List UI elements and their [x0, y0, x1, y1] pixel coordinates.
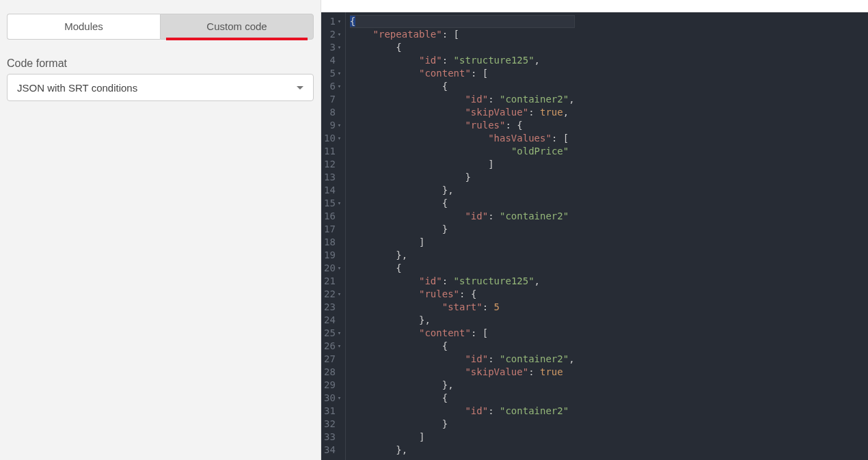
code-line[interactable]: "start": 5: [350, 301, 575, 314]
gutter-line: 5▾: [324, 67, 341, 80]
code-format-value: JSON with SRT conditions: [17, 82, 137, 94]
fold-icon[interactable]: ▾: [336, 392, 341, 405]
code-line[interactable]: "id": "container2": [350, 405, 575, 418]
code-line[interactable]: "rules": {: [350, 119, 575, 132]
fold-icon[interactable]: ▾: [336, 41, 341, 54]
chevron-down-icon: [297, 86, 303, 90]
tab-row: Modules Custom code: [0, 0, 321, 40]
code-line[interactable]: "hasValues": [: [350, 132, 575, 145]
code-line[interactable]: {: [350, 15, 575, 28]
code-line[interactable]: {: [350, 262, 575, 275]
gutter-line: 29: [324, 379, 341, 392]
gutter-line: 3▾: [324, 41, 341, 54]
gutter-line: 27: [324, 353, 341, 366]
code-line[interactable]: "content": [: [350, 327, 575, 340]
gutter-line: 25▾: [324, 327, 341, 340]
code-line[interactable]: {: [350, 80, 575, 93]
gutter-line: 9▾: [324, 119, 341, 132]
gutter-line: 30▾: [324, 392, 341, 405]
sidebar: Modules Custom code Code format JSON wit…: [0, 0, 321, 460]
code-format-select[interactable]: JSON with SRT conditions: [7, 74, 314, 101]
code-line[interactable]: {: [350, 340, 575, 353]
gutter-line: 19: [324, 249, 341, 262]
code-line[interactable]: "skipValue": true: [350, 366, 575, 379]
gutter-line: 6▾: [324, 80, 341, 93]
fold-icon[interactable]: ▾: [336, 288, 341, 301]
fold-icon[interactable]: ▾: [336, 132, 341, 145]
code-editor[interactable]: 1▾2▾3▾45▾6▾789▾10▾1112131415▾1617181920▾…: [321, 12, 868, 460]
gutter-line: 33: [324, 431, 341, 444]
gutter-line: 2▾: [324, 28, 341, 41]
gutter-line: 23: [324, 301, 341, 314]
code-line[interactable]: "id": "container2",: [350, 353, 575, 366]
gutter-line: 7: [324, 93, 341, 106]
code-line[interactable]: {: [350, 392, 575, 405]
code-line[interactable]: "rules": {: [350, 288, 575, 301]
gutter-line: 32: [324, 418, 341, 431]
gutter-line: 1▾: [324, 15, 341, 28]
code-format-label: Code format: [0, 40, 321, 74]
fold-icon[interactable]: ▾: [336, 15, 341, 28]
gutter-line: 18: [324, 236, 341, 249]
code-line[interactable]: "id": "container2": [350, 210, 575, 223]
tab-modules[interactable]: Modules: [7, 14, 160, 40]
fold-icon[interactable]: ▾: [336, 119, 341, 132]
code-line[interactable]: "skipValue": true,: [350, 106, 575, 119]
gutter-line: 12: [324, 158, 341, 171]
gutter-line: 17: [324, 223, 341, 236]
gutter-line: 26▾: [324, 340, 341, 353]
code-line[interactable]: {: [350, 41, 575, 54]
code-line[interactable]: "repeatable": [: [350, 28, 575, 41]
code-line[interactable]: ]: [350, 236, 575, 249]
code-line[interactable]: }: [350, 171, 575, 184]
gutter-line: 8: [324, 106, 341, 119]
code-line[interactable]: "content": [: [350, 67, 575, 80]
gutter-line: 15▾: [324, 197, 341, 210]
fold-icon[interactable]: ▾: [336, 80, 341, 93]
code-body[interactable]: { "repeatable": [ { "id": "structure125"…: [346, 12, 575, 460]
gutter-line: 11: [324, 145, 341, 158]
gutter-line: 20▾: [324, 262, 341, 275]
gutter-line: 31: [324, 405, 341, 418]
code-line[interactable]: },: [350, 379, 575, 392]
fold-icon[interactable]: ▾: [336, 327, 341, 340]
gutter-line: 14: [324, 184, 341, 197]
code-line[interactable]: },: [350, 314, 575, 327]
code-line[interactable]: }: [350, 223, 575, 236]
gutter-line: 10▾: [324, 132, 341, 145]
gutter-line: 22▾: [324, 288, 341, 301]
fold-icon[interactable]: ▾: [336, 340, 341, 353]
header-strip: [321, 0, 868, 12]
fold-icon[interactable]: ▾: [336, 262, 341, 275]
tab-custom-code[interactable]: Custom code: [160, 14, 314, 40]
code-line[interactable]: "id": "container2",: [350, 93, 575, 106]
gutter-line: 28: [324, 366, 341, 379]
gutter-line: 13: [324, 171, 341, 184]
code-line[interactable]: "id": "structure125",: [350, 54, 575, 67]
code-line[interactable]: ]: [350, 158, 575, 171]
line-gutter: 1▾2▾3▾45▾6▾789▾10▾1112131415▾1617181920▾…: [321, 12, 346, 460]
gutter-line: 4: [324, 54, 341, 67]
code-line[interactable]: }: [350, 418, 575, 431]
code-line[interactable]: },: [350, 444, 575, 457]
code-line[interactable]: "id": "structure125",: [350, 275, 575, 288]
fold-icon[interactable]: ▾: [336, 28, 341, 41]
code-line[interactable]: },: [350, 249, 575, 262]
fold-icon[interactable]: ▾: [336, 67, 341, 80]
gutter-line: 34: [324, 444, 341, 457]
code-panel: 1▾2▾3▾45▾6▾789▾10▾1112131415▾1617181920▾…: [321, 0, 868, 460]
code-line[interactable]: {: [350, 197, 575, 210]
code-line[interactable]: },: [350, 184, 575, 197]
gutter-line: 24: [324, 314, 341, 327]
fold-icon[interactable]: ▾: [336, 197, 341, 210]
code-line[interactable]: ]: [350, 431, 575, 444]
gutter-line: 16: [324, 210, 341, 223]
gutter-line: 21: [324, 275, 341, 288]
code-line[interactable]: "oldPrice": [350, 145, 575, 158]
